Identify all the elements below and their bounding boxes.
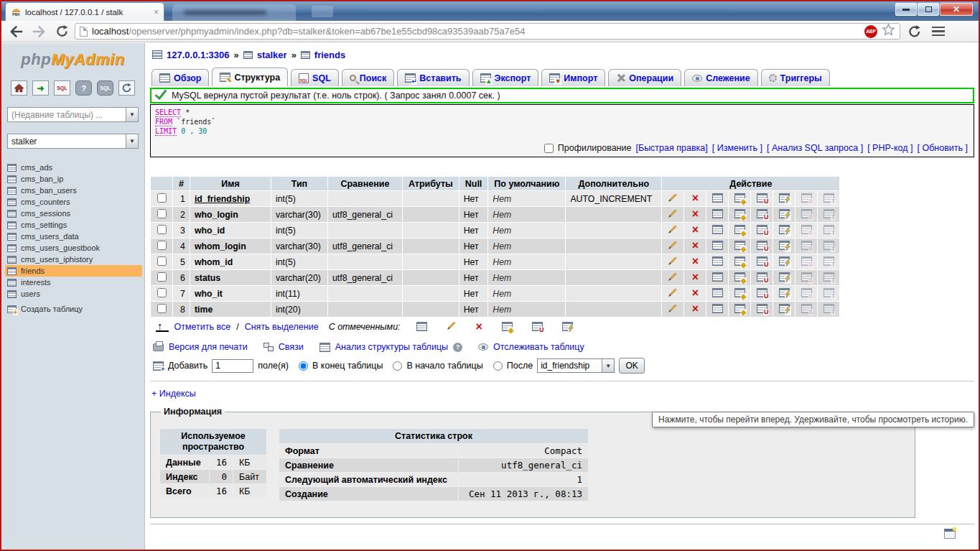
fulltext-button[interactable]: T	[818, 254, 839, 269]
open-query-window-icon[interactable]	[944, 529, 956, 539]
primary-key-button[interactable]: ◆	[729, 254, 750, 269]
edit-field-button[interactable]	[662, 207, 683, 222]
sidebar-table-item[interactable]: cms_counters	[5, 196, 144, 208]
spatial-button[interactable]: S	[795, 191, 817, 206]
index-button[interactable]	[773, 254, 795, 269]
row-checkbox[interactable]	[157, 193, 167, 203]
bookmark-star-icon[interactable]	[882, 23, 895, 40]
primary-key-button[interactable]: ◆	[729, 286, 750, 301]
unique-button[interactable]: U	[751, 239, 773, 254]
drop-field-button[interactable]: ×	[684, 286, 706, 301]
spatial-button[interactable]: S	[795, 270, 817, 285]
query-action-link[interactable]: [ Обновить ]	[918, 143, 969, 153]
edit-field-button[interactable]	[662, 286, 683, 301]
unique-button[interactable]: U	[751, 223, 773, 238]
edit-field-button[interactable]	[662, 191, 683, 206]
query-action-link[interactable]: [ PHP-код ]	[867, 143, 913, 153]
index-icon[interactable]	[562, 322, 573, 331]
primary-key-button[interactable]: ◆	[729, 239, 750, 254]
minimize-button[interactable]	[895, 3, 917, 16]
forward-button[interactable]	[30, 23, 47, 40]
edit-icon[interactable]	[447, 320, 457, 333]
spatial-button[interactable]: S	[795, 302, 817, 317]
drop-field-button[interactable]: ×	[684, 302, 706, 317]
browse-values-button[interactable]	[706, 223, 728, 238]
sidebar-table-item[interactable]: interests	[5, 277, 144, 288]
sql-window-icon[interactable]: SQL	[54, 80, 70, 96]
row-checkbox[interactable]	[157, 288, 167, 297]
browse-values-button[interactable]	[706, 286, 728, 301]
spatial-button[interactable]: S	[795, 223, 817, 238]
sidebar-table-item[interactable]: cms_ads	[5, 162, 144, 173]
query-action-link[interactable]: [ Анализ SQL запроса ]	[767, 143, 863, 153]
unique-button[interactable]: U	[751, 302, 773, 317]
edit-field-button[interactable]	[662, 254, 683, 269]
unique-button[interactable]: U	[751, 254, 773, 269]
adblock-icon[interactable]: ABP	[864, 25, 877, 38]
browse-values-button[interactable]	[706, 239, 728, 254]
tab-export[interactable]: ▲Экспорт	[472, 69, 539, 86]
breadcrumb-table[interactable]: friends	[314, 50, 345, 60]
drop-field-button[interactable]: ×	[684, 239, 706, 254]
browser-tab-active[interactable]: PMA localhost / 127.0.0.1 / stalk ×	[5, 2, 164, 21]
radio-at-end[interactable]	[299, 361, 308, 371]
docs-question-icon[interactable]: ?	[75, 80, 92, 96]
unique-button[interactable]: U	[751, 207, 773, 222]
index-button[interactable]	[773, 207, 795, 222]
create-table-link[interactable]: + Создать таблицу	[5, 303, 144, 315]
index-button[interactable]	[773, 239, 795, 254]
row-checkbox[interactable]	[157, 272, 167, 282]
unique-button[interactable]: U	[751, 191, 773, 206]
index-button[interactable]	[773, 270, 795, 285]
recent-tables-select[interactable]: (Недавние таблицы) ... ▼	[7, 107, 139, 122]
primary-key-button[interactable]: ◆	[729, 270, 750, 285]
fulltext-button[interactable]: T	[818, 207, 839, 222]
address-bar[interactable]: localhost/openserver/phpmyadmin/index.ph…	[75, 23, 900, 40]
indexes-toggle-link[interactable]: + Индексы	[151, 389, 196, 399]
row-checkbox[interactable]	[157, 209, 167, 218]
fulltext-button[interactable]: T	[818, 191, 839, 206]
drop-field-button[interactable]: ×	[684, 223, 706, 238]
home-icon[interactable]	[11, 80, 27, 96]
tab-import[interactable]: ▼Импорт	[541, 69, 605, 86]
sql-help-icon[interactable]: SQL	[97, 80, 113, 96]
field-count-input[interactable]	[212, 359, 253, 373]
sidebar-table-item[interactable]: friends	[5, 265, 142, 277]
sidebar-table-item[interactable]: users	[5, 288, 144, 300]
drop-x-icon[interactable]: ×	[476, 323, 482, 331]
chevron-down-icon[interactable]: ▼	[126, 134, 138, 148]
sidebar-table-item[interactable]: cms_users_data	[5, 231, 144, 242]
url-text[interactable]: localhost/openserver/phpmyadmin/index.ph…	[92, 26, 860, 37]
spatial-button[interactable]: S	[795, 239, 817, 254]
edit-field-button[interactable]	[662, 270, 683, 285]
tab-close-icon[interactable]: ×	[154, 9, 159, 16]
sidebar-table-item[interactable]: cms_users_iphistory	[5, 254, 144, 265]
profiling-checkbox[interactable]	[544, 144, 554, 153]
tab-sql[interactable]: SQLSQL	[291, 69, 339, 86]
drop-field-button[interactable]: ×	[684, 270, 706, 285]
index-button[interactable]	[773, 286, 795, 301]
drop-field-button[interactable]: ×	[684, 191, 706, 206]
back-button[interactable]	[7, 23, 24, 40]
row-checkbox[interactable]	[157, 256, 167, 266]
browse-values-button[interactable]	[706, 270, 728, 285]
browse-values-button[interactable]	[706, 254, 728, 269]
reload-button[interactable]	[53, 23, 70, 40]
primary-key-button[interactable]: ◆	[729, 191, 750, 206]
chevron-down-icon[interactable]: ▼	[126, 108, 138, 121]
ok-button[interactable]: OK	[619, 358, 645, 374]
relations-link[interactable]: Связи	[279, 342, 304, 352]
index-button[interactable]	[773, 223, 795, 238]
browse-icon[interactable]	[416, 322, 427, 331]
check-all-link[interactable]: Отметить все	[174, 322, 231, 332]
reload-navigation-icon[interactable]	[118, 80, 135, 96]
fulltext-button[interactable]: T	[818, 286, 839, 301]
browse-values-button[interactable]	[706, 302, 728, 317]
edit-field-button[interactable]	[662, 302, 683, 317]
unique-icon[interactable]: U	[532, 322, 543, 331]
primary-key-button[interactable]: ◆	[729, 223, 750, 238]
tab-triggers[interactable]: Триггеры	[761, 69, 830, 86]
help-icon[interactable]: ?	[453, 343, 462, 352]
spatial-button[interactable]: S	[795, 286, 817, 301]
unique-button[interactable]: U	[751, 286, 773, 301]
